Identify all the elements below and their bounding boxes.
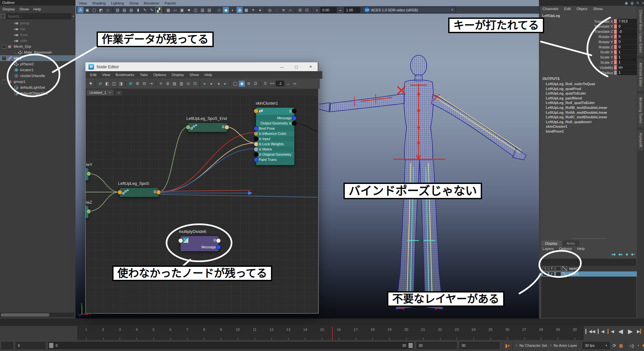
outliner-item-defaultobjectset[interactable]: defaultObjectSet — [0, 90, 75, 96]
frame-8[interactable]: 8 — [196, 327, 213, 340]
skincluster-row-input[interactable]: ⊞Input — [256, 136, 294, 141]
port-spos-end-output[interactable] — [224, 125, 229, 130]
channel-value-field[interactable]: 0 — [617, 34, 637, 39]
menu-view[interactable]: View — [79, 1, 87, 5]
lock-attributes-icon[interactable]: Ω — [252, 81, 259, 87]
output-node-leftupleg_quattoeuler[interactable]: LeftUpLeg_quatToEuler — [546, 91, 586, 95]
output-node-leftupleg_rollb_multdoublelinear[interactable]: LeftUpLeg_RollB_multDoubleLinear — [546, 106, 607, 110]
pin-node-icon[interactable]: ⇥ — [148, 81, 154, 87]
add-input-connections-icon[interactable]: ⊞ — [134, 81, 141, 87]
outliner-item-locator1[interactable]: locator1 — [0, 67, 75, 73]
menu-edit[interactable]: Edit — [564, 7, 571, 11]
port-skincluster-paint-trans[interactable] — [254, 157, 259, 162]
port-spos-end-input[interactable] — [186, 125, 191, 130]
channel-value-field[interactable]: 1 — [617, 55, 637, 60]
frame-27[interactable]: 27 — [516, 327, 533, 340]
panel-layout-icon[interactable]: ⊡ — [304, 7, 310, 13]
image-plane-icon[interactable]: ▱ — [287, 7, 293, 13]
node-spos-end[interactable]: ≣ — [188, 123, 227, 132]
active-pencil-icon[interactable]: ▞ — [155, 7, 162, 13]
frame-18[interactable]: 18 — [364, 327, 381, 340]
port-spos-output[interactable] — [156, 190, 161, 195]
exposure-field[interactable]: 0.00 — [320, 7, 337, 13]
skincluster-row-message[interactable]: Message — [256, 115, 294, 121]
layer-playback-toggle[interactable]: P — [549, 266, 555, 271]
port-multiplydivide-message[interactable] — [216, 245, 221, 250]
frame-30[interactable]: 30 — [566, 327, 583, 340]
shaded-icon[interactable]: ◆ — [223, 7, 229, 13]
playback-loop-icon[interactable]: ⟳ — [612, 343, 616, 348]
display-custom-icon[interactable]: ▥ — [178, 81, 184, 87]
output-node-leftupleg_roll_quatinvert[interactable]: LeftUpLeg_Roll_quatInvert — [546, 120, 592, 124]
select-component-icon[interactable]: ◩ — [98, 7, 104, 13]
character-set-dropdown[interactable]: ▽ No Character Set — [516, 344, 547, 347]
port-skincluster-bind-pose[interactable] — [254, 126, 259, 131]
frame-7[interactable]: 7 — [179, 327, 196, 340]
multiplydivide-row-message[interactable]: Message — [181, 244, 219, 250]
show-all-attributes-icon[interactable]: ∞ — [292, 81, 298, 87]
safe-action-icon[interactable]: ▥ — [199, 7, 206, 13]
sync-clear-icon[interactable]: ⊘ — [246, 81, 252, 87]
grid-toggle-icon[interactable]: ▦ — [165, 7, 171, 13]
user-icon[interactable]: ◉ — [625, 1, 628, 5]
textured-icon[interactable]: ◐ — [230, 7, 236, 13]
frame-22[interactable]: 22 — [432, 327, 449, 340]
panel-splitter[interactable] — [573, 238, 606, 239]
outliner-item-mesh_grp[interactable]: -Mesh_Grp — [0, 44, 75, 49]
safe-title-icon[interactable]: ▤ — [206, 7, 212, 13]
sync-off-icon[interactable]: ◯ — [232, 81, 238, 87]
graph-upstream-icon[interactable]: ◧ — [104, 81, 110, 87]
exposure-icon[interactable]: ◑ — [314, 7, 320, 13]
frame-21[interactable]: 21 — [415, 327, 432, 340]
isolate-select-icon[interactable]: ◌ — [274, 7, 280, 13]
camera-attributes-icon[interactable]: ▤ — [128, 7, 134, 13]
menu-show[interactable]: Show — [20, 7, 29, 11]
expand-icon[interactable]: ⊞ — [289, 122, 292, 125]
layer-visibility-toggle[interactable]: V — [543, 266, 548, 271]
output-node-leftupleg_rollc_multdoublelinear[interactable]: LeftUpLeg_RollC_multDoubleLinear — [546, 115, 607, 119]
outliner-item-cluster1handle[interactable]: cluster1Handle — [0, 73, 75, 79]
bookmark-edit-icon[interactable]: ▸ — [208, 81, 215, 87]
step-back-key-button[interactable]: ▎◀ — [607, 327, 615, 335]
skincluster-row-output-geometry[interactable]: Output Geometry⊞ — [256, 121, 294, 126]
channel-value-field[interactable]: on — [617, 65, 637, 70]
skincluster-row-original-geometry[interactable]: ⊞Original Geometry — [256, 152, 294, 157]
playback-speed-icon[interactable]: ◔ — [637, 343, 639, 348]
layer-move-down-icon[interactable]: ◆▸ — [618, 252, 623, 256]
select-hierarchy-icon[interactable]: ▣ — [84, 7, 90, 13]
outliner-item-pplane2[interactable]: pPlane2 — [0, 61, 75, 67]
channel-value-field[interactable]: 7.913 — [617, 19, 637, 24]
frame-24[interactable]: 24 — [465, 327, 482, 340]
range-slider[interactable]: 0 30 — [48, 342, 414, 349]
skincluster-row-influence-color[interactable]: ⊞Influence Color — [256, 131, 294, 136]
new-empty-layer-icon[interactable]: ◆ — [625, 252, 628, 256]
step-back-frame-button[interactable]: ▎◀ — [597, 327, 605, 335]
current-time-indicator[interactable] — [332, 327, 333, 340]
channel-value-field[interactable]: 1 — [617, 70, 637, 75]
layer-row-layer1[interactable]: VPlayer1 — [541, 271, 637, 277]
side-tab-humanik[interactable]: HumanIK — [637, 130, 643, 151]
channel-value-field[interactable]: 1 — [617, 60, 637, 65]
frame-29[interactable]: 29 — [549, 327, 566, 340]
select-object-icon[interactable]: ▢ — [91, 7, 97, 13]
layer-row-layer2[interactable]: VPlayer2 — [541, 266, 637, 271]
range-start-handle[interactable] — [49, 343, 53, 348]
outliner-item-hips[interactable]: +Hips — [0, 55, 75, 61]
frame-17[interactable]: 17 — [347, 327, 364, 340]
new-tab-button[interactable]: + — [115, 90, 122, 96]
menu-edit[interactable]: Edit — [90, 73, 97, 77]
show-no-attributes-icon[interactable]: 0 — [262, 81, 268, 87]
display-all-icon[interactable]: ▤ — [171, 81, 178, 87]
time-slider[interactable]: 1234567891011121314151617181920212223242… — [77, 326, 584, 340]
side-tab-modeling-toolkit[interactable]: Modeling Toolkit — [637, 94, 643, 127]
frame-28[interactable]: 28 — [533, 327, 550, 340]
step-forward-key-button[interactable]: ▶▎ — [636, 327, 644, 335]
menu-show[interactable]: Show — [593, 7, 603, 11]
layer-mode-box[interactable] — [556, 266, 561, 271]
menu-lighting[interactable]: Lighting — [111, 1, 124, 5]
show-count-badge[interactable]: -1 — [276, 81, 284, 86]
go-to-start-button[interactable]: ▎◀◀ — [585, 327, 595, 335]
display-simple-icon[interactable]: ≡ — [158, 81, 164, 87]
tab-untitled-1[interactable]: Untitled_1 ✕ — [87, 89, 114, 96]
node-multiplydivide[interactable]: × ÷ ≣ Message — [180, 236, 219, 252]
